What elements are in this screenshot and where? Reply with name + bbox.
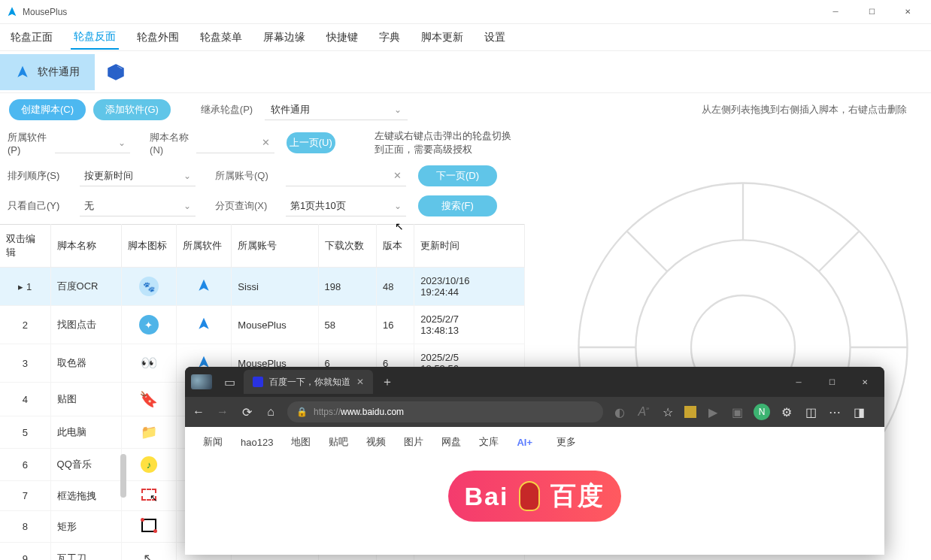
pagination-dropdown[interactable]: 第1页共10页⌄ [286,195,406,216]
col-header[interactable]: 下载次数 [318,225,377,268]
inherit-label: 继承轮盘(P) [201,103,253,117]
menu-item-5[interactable]: 快捷键 [323,26,361,49]
favicon-icon [253,377,263,387]
app-title: MousePlus [23,7,818,17]
split-icon[interactable]: ◫ [803,405,818,419]
titlebar: MousePlus ─ ☐ ✕ [0,0,931,24]
baidu-nav-item[interactable]: 贴吧 [329,435,348,449]
drag-hint: 从左侧列表拖拽到右侧插入脚本，右键点击删除 [702,103,922,117]
browser-tab[interactable]: 百度一下，你就知道 ✕ [244,370,373,394]
menu-item-1[interactable]: 轮盘反面 [71,26,119,50]
text-size-icon[interactable]: A» [636,405,651,419]
more-icon[interactable]: ⋯ [827,405,842,419]
new-tab-button[interactable]: ＋ [376,371,399,393]
table-row[interactable]: 2找图点击✦MousePlus58162025/2/713:48:13 [0,306,525,344]
extension-l-icon[interactable] [684,406,696,418]
baidu-nav-item[interactable]: 网盘 [441,435,461,449]
baidu-nav-item[interactable]: 图片 [404,435,423,449]
software-filter-label: 所属软件(P) [8,131,49,156]
script-name-cell: 取色器 [50,344,121,383]
extension-n-icon[interactable]: N [754,404,770,420]
next-page-button[interactable]: 下一页(D) [418,165,497,186]
forward-icon[interactable]: → [215,405,230,419]
browser-close-button[interactable]: ✕ [848,371,881,393]
menu-item-3[interactable]: 轮盘菜单 [197,26,245,49]
updated-cell: 2025/2/713:48:13 [414,306,525,344]
browser-minimize-button[interactable]: ─ [782,371,815,393]
baidu-nav-more[interactable]: 更多 [556,435,576,449]
home-icon[interactable]: ⌂ [263,405,278,419]
col-header[interactable]: 更新时间 [414,225,525,268]
tab-software-universal[interactable]: 软件通用 [0,54,95,90]
browser-maximize-button[interactable]: ☐ [815,371,848,393]
script-name-cell: 瓦工刀 [50,543,121,561]
software-filter-dropdown[interactable]: ⌄ [55,132,130,153]
account-input[interactable]: ✕ [286,165,406,186]
tracking-icon[interactable]: ◐ [612,405,627,419]
tab-close-icon[interactable]: ✕ [356,377,364,387]
script-name-cell: 矩形 [50,511,121,543]
clear-icon[interactable]: ✕ [262,137,270,148]
col-header[interactable]: 所属账号 [232,225,318,268]
row-index: 7 [0,481,50,511]
baidu-logo[interactable]: Bai 百度 [448,471,621,522]
menu-item-6[interactable]: 字典 [376,26,403,49]
downloads-cell: 198 [318,268,377,306]
create-script-button[interactable]: 创建脚本(C) [9,99,86,120]
baidu-nav-item[interactable]: 地图 [291,435,311,449]
col-header[interactable]: 版本 [377,225,414,268]
collections-icon[interactable]: ▣ [729,405,744,419]
account-cell: Sissi [232,268,318,306]
menu-item-2[interactable]: 轮盘外围 [134,26,182,49]
maximize-button[interactable]: ☐ [854,1,889,23]
version-cell: 48 [377,268,414,306]
clear-icon[interactable]: ✕ [393,170,402,181]
col-header[interactable]: 双击编辑 [0,225,50,268]
add-software-button[interactable]: 添加软件(G) [93,99,171,120]
script-icon-cell: 🐾 [121,268,176,306]
baidu-nav-ai[interactable]: AI+ [517,437,532,448]
row-index: 8 [0,511,50,543]
version-cell: 16 [377,306,414,344]
scrollbar-thumb[interactable] [120,454,126,498]
col-header[interactable]: 脚本名称 [50,225,121,268]
browser-tab-title: 百度一下，你就知道 [269,376,350,389]
browser-profile-icon[interactable] [191,374,212,389]
chevron-down-icon: ⌄ [183,171,191,181]
favorite-icon[interactable]: ☆ [660,405,675,419]
col-header[interactable]: 脚本图标 [121,225,176,268]
workspaces-icon[interactable]: ▭ [218,371,241,393]
close-button[interactable]: ✕ [890,1,925,23]
pagination-label: 分页查询(X) [215,199,280,213]
action-bar: 创建脚本(C) 添加软件(G) 继承轮盘(P) 软件通用 ⌄ 从左侧列表拖拽到右… [0,93,931,126]
script-icon-cell: 🔖 [121,383,176,416]
refresh-icon[interactable]: ⟳ [239,405,254,419]
play-icon[interactable]: ▶ [705,405,720,419]
baidu-nav-item[interactable]: 视频 [366,435,386,449]
menu-item-4[interactable]: 屏幕边缘 [260,26,308,49]
sidebar-icon[interactable]: ◨ [851,405,866,419]
minimize-button[interactable]: ─ [818,1,853,23]
sort-dropdown[interactable]: 按更新时间⌄ [80,165,196,186]
inherit-dropdown[interactable]: 软件通用 ⌄ [265,99,408,120]
tab-sketchup[interactable] [95,54,137,90]
table-row[interactable]: ▸ 1百度OCR🐾Sissi198482023/10/1619:24:44 [0,268,525,306]
self-only-label: 只看自己(Y) [8,199,74,213]
script-icon-cell: 👀 [121,344,176,383]
script-name-input[interactable]: ✕ [196,132,274,153]
search-button[interactable]: 搜索(F) [418,195,497,216]
software-cell [177,306,232,344]
menu-item-8[interactable]: 设置 [481,26,508,49]
menu-item-0[interactable]: 轮盘正面 [8,26,56,49]
baidu-nav-item[interactable]: 新闻 [203,435,223,449]
back-icon[interactable]: ← [191,405,206,419]
arrow-icon [15,65,30,80]
col-header[interactable]: 所属软件 [177,225,232,268]
baidu-nav-item[interactable]: hao123 [241,437,273,448]
baidu-nav-item[interactable]: 文库 [479,435,499,449]
menu-item-7[interactable]: 脚本更新 [418,26,466,49]
prev-page-button[interactable]: 上一页(U) [287,132,335,153]
self-only-dropdown[interactable]: 无⌄ [80,195,196,216]
address-bar[interactable]: 🔒 https://www.baidu.com [287,401,603,422]
extensions-icon[interactable]: ⚙ [779,405,794,419]
